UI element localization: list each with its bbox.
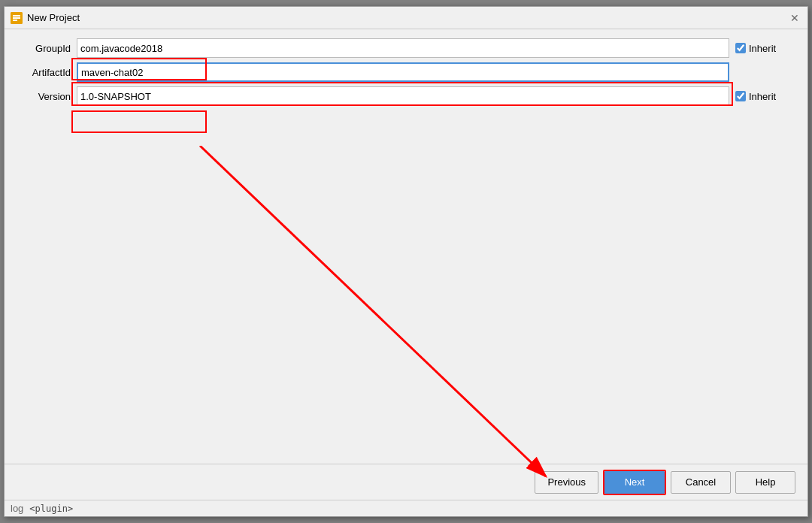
svg-rect-3	[13, 20, 17, 21]
annotation-arrow	[192, 146, 568, 499]
version-label: Version	[17, 91, 77, 102]
title-bar: New Project ✕	[5, 7, 807, 29]
version-inherit-checkbox[interactable]	[735, 91, 746, 101]
groupid-inherit-checkbox[interactable]	[735, 43, 746, 53]
artifactid-label: ArtifactId	[17, 67, 77, 78]
next-button-wrapper: Next	[603, 470, 666, 495]
help-button[interactable]: Help	[735, 471, 795, 494]
groupid-inherit-label: Inherit	[749, 43, 776, 54]
cancel-button[interactable]: Cancel	[671, 471, 731, 494]
version-inherit-label: Inherit	[749, 91, 776, 102]
version-row: Version Inherit	[17, 86, 795, 106]
version-inherit: Inherit	[735, 91, 795, 102]
groupid-inherit: Inherit	[735, 43, 795, 54]
artifactid-input[interactable]	[77, 62, 729, 82]
dialog-title: New Project	[27, 12, 80, 23]
dialog-icon	[11, 12, 23, 24]
dialog-content: GroupId Inherit ArtifactId Inherit Versi…	[5, 29, 807, 464]
new-project-dialog: New Project ✕ GroupId Inherit ArtifactId…	[4, 6, 808, 517]
groupid-input[interactable]	[77, 38, 729, 58]
artifactid-row: ArtifactId Inherit	[17, 62, 795, 82]
svg-rect-2	[13, 17, 20, 19]
svg-rect-1	[13, 15, 20, 17]
groupid-label: GroupId	[17, 43, 77, 54]
dialog-footer: Previous Next Cancel Help	[5, 464, 807, 500]
groupid-row: GroupId Inherit	[17, 38, 795, 58]
close-button[interactable]: ✕	[788, 11, 801, 25]
next-button[interactable]: Next	[604, 471, 665, 494]
version-input[interactable]	[77, 86, 729, 106]
previous-button[interactable]: Previous	[535, 471, 598, 494]
svg-line-5	[200, 146, 546, 476]
bottom-bar: log <plugin>	[5, 500, 807, 516]
bottom-log-text: log	[11, 503, 23, 514]
version-highlight	[71, 110, 207, 133]
bottom-code-text: <plugin>	[29, 503, 73, 514]
